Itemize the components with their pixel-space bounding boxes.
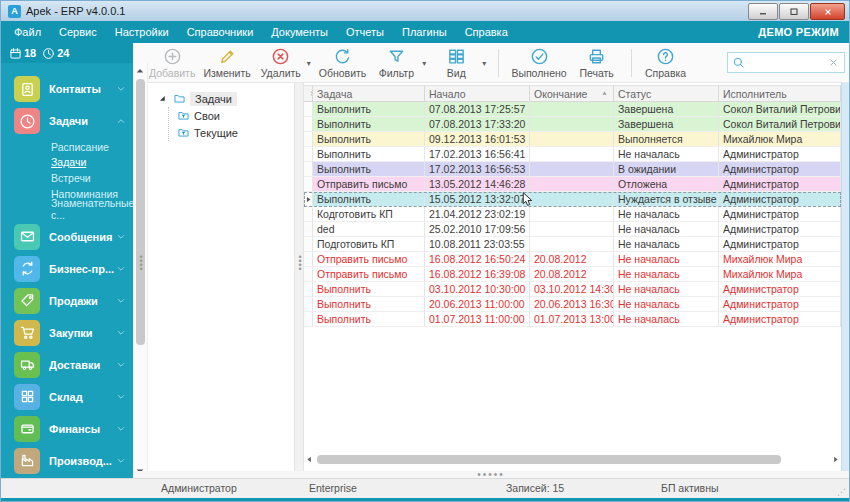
table-cell[interactable]: Администратор [719,192,841,207]
menu-item[interactable]: Документы [262,21,337,43]
maximize-button[interactable] [779,3,809,20]
table-cell[interactable]: 20.06.2013 16:30:00 [530,297,614,312]
table-cell[interactable]: Сокол Виталий Петрови [719,102,841,117]
minimize-button[interactable] [748,3,778,20]
table-cell[interactable]: Отправить письмо [313,267,425,282]
table-cell[interactable]: Подготовить КП [313,237,425,252]
table-cell[interactable]: 07.08.2013 17:33:20 [425,117,530,132]
table-cell[interactable] [530,117,614,132]
search-input[interactable] [748,56,827,70]
done-button[interactable]: Выполнено [511,47,566,79]
table-row[interactable]: Выполнить07.08.2013 17:33:20ЗавершенаСок… [304,117,841,132]
tree-expander-icon[interactable] [156,92,169,105]
table-row[interactable]: Выполнить09.12.2013 16:01:53ВыполняетсяМ… [304,132,841,147]
sidebar-item[interactable]: Задачи [1,105,133,137]
menu-item[interactable]: Отчеты [337,21,393,43]
column-header[interactable]: Статус [614,85,719,102]
splitter-handle[interactable]: •••• [296,255,304,271]
calendar-counter[interactable]: 18 [9,47,36,60]
table-cell[interactable]: Михайлюк Мира [719,267,841,282]
table-cell[interactable] [530,147,614,162]
chevron-down-icon[interactable] [115,455,127,467]
filter-button[interactable]: Фильтр [374,47,418,79]
table-row[interactable]: Выполнить15.05.2012 13:32:07Нуждается в … [304,192,841,207]
chevron-down-icon[interactable] [115,423,127,435]
table-cell[interactable]: Отложена [614,177,719,192]
table-cell[interactable]: Выполнить [313,297,425,312]
table-row[interactable]: Выполнить03.10.2012 10:30:0003.10.2012 1… [304,282,841,297]
scroll-up-icon[interactable] [134,65,146,77]
sidebar-subitem[interactable]: Задачи [51,155,133,171]
table-cell[interactable]: Выполнить [313,132,425,147]
table-cell[interactable]: Администратор [719,177,841,192]
table-cell[interactable]: Михайлюк Мира [719,252,841,267]
scroll-left-icon[interactable] [304,454,315,465]
table-cell[interactable]: Администратор [719,207,841,222]
table-cell[interactable]: Администратор [719,162,841,177]
table-cell[interactable]: Выполнить [313,312,425,327]
menu-item[interactable]: Сервис [50,21,106,43]
print-button[interactable]: Печать [575,47,619,79]
table-cell[interactable]: 17.02.2013 16:56:41 [425,147,530,162]
table-cell[interactable]: Не началась [614,207,719,222]
scroll-right-icon[interactable] [830,454,841,465]
chevron-down-icon[interactable] [115,263,127,275]
sidebar-subitem[interactable]: Знаменательные с... [51,201,133,217]
chevron-down-icon[interactable] [115,295,127,307]
table-row[interactable]: Выполнить17.02.2013 16:56:53В ожиданииАд… [304,162,841,177]
sidebar-subitem[interactable]: Расписание [51,139,133,155]
table-cell[interactable]: Сокол Виталий Петрови [719,117,841,132]
table-cell[interactable]: В ожидании [614,162,719,177]
horizontal-scrollbar-thumb[interactable] [317,455,781,464]
sidebar-item[interactable]: Контакты [1,73,133,105]
chevron-down-icon[interactable] [115,327,127,339]
dropdown-caret-icon[interactable]: ▾ [307,59,311,68]
table-cell[interactable]: 13.05.2012 14:46:28 [425,177,530,192]
sidebar-item[interactable]: Производ... [1,445,133,477]
bottom-splitter[interactable]: ••••• [133,471,849,478]
table-cell[interactable] [530,102,614,117]
table-cell[interactable]: ded [313,222,425,237]
table-row[interactable]: Отправить письмо13.05.2012 14:46:28Отлож… [304,177,841,192]
table-row[interactable]: Выполнить07.08.2013 17:25:57ЗавершенаСок… [304,102,841,117]
table-cell[interactable]: Не началась [614,252,719,267]
table-cell[interactable]: 07.08.2013 17:25:57 [425,102,530,117]
menu-item[interactable]: Справочники [178,21,263,43]
tree-table-splitter[interactable]: •••• [295,83,304,471]
sidebar-item[interactable]: Доставки [1,349,133,381]
tree-node[interactable]: Текущие [177,124,290,141]
table-cell[interactable]: Нуждается в отзыве [614,192,719,207]
edit-button[interactable]: Изменить [203,47,250,79]
table-cell[interactable]: 16.08.2012 16:39:08 [425,267,530,282]
table-cell[interactable]: Не началась [614,312,719,327]
sidebar-item[interactable]: Закупки [1,317,133,349]
table-cell[interactable]: 20.08.2012 [530,267,614,282]
table-cell[interactable]: Завершена [614,102,719,117]
table-cell[interactable]: 25.02.2010 17:09:56 [425,222,530,237]
sidebar-item[interactable]: Сообщения [1,221,133,253]
table-cell[interactable]: Отправить письмо [313,177,425,192]
table-cell[interactable]: 20.06.2013 11:00:00 [425,297,530,312]
table-cell[interactable]: Выполнить [313,162,425,177]
delete-button[interactable]: Удалить [259,47,303,79]
table-cell[interactable]: Не началась [614,237,719,252]
table-row[interactable]: Кодготовить КП21.04.2012 23:02:19Не нача… [304,207,841,222]
table-cell[interactable]: Выполнить [313,102,425,117]
table-cell[interactable]: Не началась [614,297,719,312]
sidebar-item[interactable]: Склад [1,381,133,413]
table-cell[interactable]: Администратор [719,237,841,252]
table-row[interactable]: Выполнить01.07.2013 11:00:0001.07.2013 1… [304,312,841,327]
chevron-down-icon[interactable] [115,83,127,95]
sidebar-item[interactable]: Бизнес-пр... [1,253,133,285]
sidebar-item[interactable]: Финансы [1,413,133,445]
table-row[interactable]: Выполнить20.06.2013 11:00:0020.06.2013 1… [304,297,841,312]
table-row[interactable]: ded25.02.2010 17:09:56Не началасьАдминис… [304,222,841,237]
table-cell[interactable] [530,162,614,177]
table-row[interactable]: Отправить письмо16.08.2012 16:39:0820.08… [304,267,841,282]
sidebar-scrollbar[interactable]: •••• [133,63,148,479]
bottom-splitter-handle[interactable]: ••••• [477,473,505,477]
sidebar-item[interactable]: Продажи [1,285,133,317]
sidebar-scrollbar-thumb[interactable] [136,79,145,345]
clock-counter[interactable]: 24 [42,47,69,60]
table-cell[interactable] [530,237,614,252]
